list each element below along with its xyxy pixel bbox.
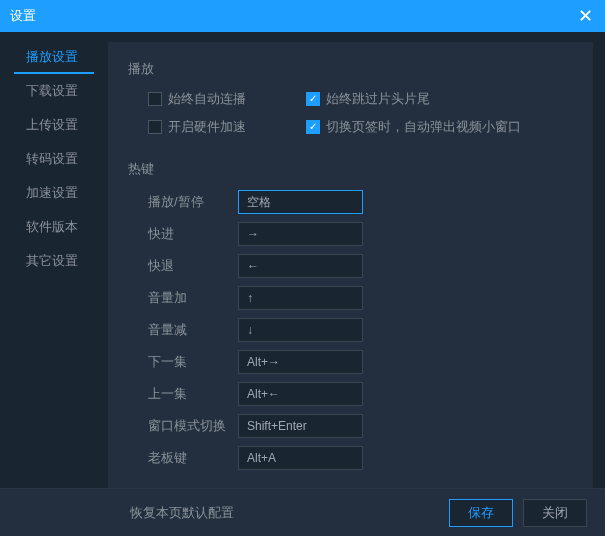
sidebar-item-6[interactable]: 其它设置	[0, 244, 108, 278]
sidebar-item-2[interactable]: 上传设置	[0, 108, 108, 142]
hotkey-input-2[interactable]	[238, 254, 363, 278]
sidebar-item-3[interactable]: 转码设置	[0, 142, 108, 176]
hotkey-row-7: 窗口模式切换	[128, 414, 569, 438]
titlebar: 设置 ✕	[0, 0, 605, 32]
restore-defaults-link[interactable]: 恢复本页默认配置	[130, 504, 234, 522]
hotkey-input-5[interactable]	[238, 350, 363, 374]
hotkey-input-0[interactable]	[238, 190, 363, 214]
close-button[interactable]: 关闭	[523, 499, 587, 527]
hotkey-input-1[interactable]	[238, 222, 363, 246]
checkbox-label: 始终跳过片头片尾	[326, 90, 430, 108]
checkbox-1[interactable]: 始终跳过片头片尾	[306, 90, 430, 108]
hotkey-label: 窗口模式切换	[148, 417, 238, 435]
main-container: 播放设置下载设置上传设置转码设置加速设置软件版本其它设置 播放 始终自动连播始终…	[0, 32, 605, 488]
hotkey-label: 快退	[148, 257, 238, 275]
footer-buttons: 保存 关闭	[449, 499, 587, 527]
footer: 恢复本页默认配置 保存 关闭	[0, 488, 605, 536]
checkbox-label: 始终自动连播	[168, 90, 246, 108]
checkbox-box-icon	[306, 120, 320, 134]
sidebar-item-0[interactable]: 播放设置	[14, 40, 94, 74]
hotkey-label: 音量加	[148, 289, 238, 307]
checkbox-0[interactable]: 始终自动连播	[148, 90, 246, 108]
hotkey-section: 热键 播放/暂停快进快退音量加音量减下一集上一集窗口模式切换老板键	[128, 160, 569, 470]
hotkey-input-6[interactable]	[238, 382, 363, 406]
hotkey-row-1: 快进	[128, 222, 569, 246]
checkbox-row: 开启硬件加速切换页签时，自动弹出视频小窗口	[128, 118, 569, 136]
hotkey-label: 音量减	[148, 321, 238, 339]
hotkey-row-5: 下一集	[128, 350, 569, 374]
checkbox-box-icon	[148, 120, 162, 134]
sidebar-item-5[interactable]: 软件版本	[0, 210, 108, 244]
window-title: 设置	[10, 7, 36, 25]
hotkey-row-2: 快退	[128, 254, 569, 278]
hotkey-input-4[interactable]	[238, 318, 363, 342]
hotkey-input-8[interactable]	[238, 446, 363, 470]
checkbox-label: 切换页签时，自动弹出视频小窗口	[326, 118, 521, 136]
hotkey-input-7[interactable]	[238, 414, 363, 438]
checkbox-box-icon	[148, 92, 162, 106]
checkbox-row: 始终自动连播始终跳过片头片尾	[128, 90, 569, 108]
hotkey-section-title: 热键	[128, 160, 569, 178]
playback-section-title: 播放	[128, 60, 569, 78]
hotkey-row-0: 播放/暂停	[128, 190, 569, 214]
save-button[interactable]: 保存	[449, 499, 513, 527]
close-icon[interactable]: ✕	[575, 5, 595, 27]
hotkey-label: 快进	[148, 225, 238, 243]
hotkey-input-3[interactable]	[238, 286, 363, 310]
hotkey-label: 下一集	[148, 353, 238, 371]
checkbox-2[interactable]: 开启硬件加速	[148, 118, 246, 136]
hotkey-row-6: 上一集	[128, 382, 569, 406]
hotkey-label: 上一集	[148, 385, 238, 403]
content-panel: 播放 始终自动连播始终跳过片头片尾开启硬件加速切换页签时，自动弹出视频小窗口 热…	[108, 42, 593, 488]
hotkey-row-8: 老板键	[128, 446, 569, 470]
checkbox-box-icon	[306, 92, 320, 106]
hotkey-row-3: 音量加	[128, 286, 569, 310]
sidebar-item-1[interactable]: 下载设置	[0, 74, 108, 108]
hotkey-row-4: 音量减	[128, 318, 569, 342]
checkbox-3[interactable]: 切换页签时，自动弹出视频小窗口	[306, 118, 521, 136]
sidebar-item-4[interactable]: 加速设置	[0, 176, 108, 210]
sidebar: 播放设置下载设置上传设置转码设置加速设置软件版本其它设置	[0, 32, 108, 488]
checkbox-label: 开启硬件加速	[168, 118, 246, 136]
hotkey-label: 播放/暂停	[148, 193, 238, 211]
hotkey-label: 老板键	[148, 449, 238, 467]
